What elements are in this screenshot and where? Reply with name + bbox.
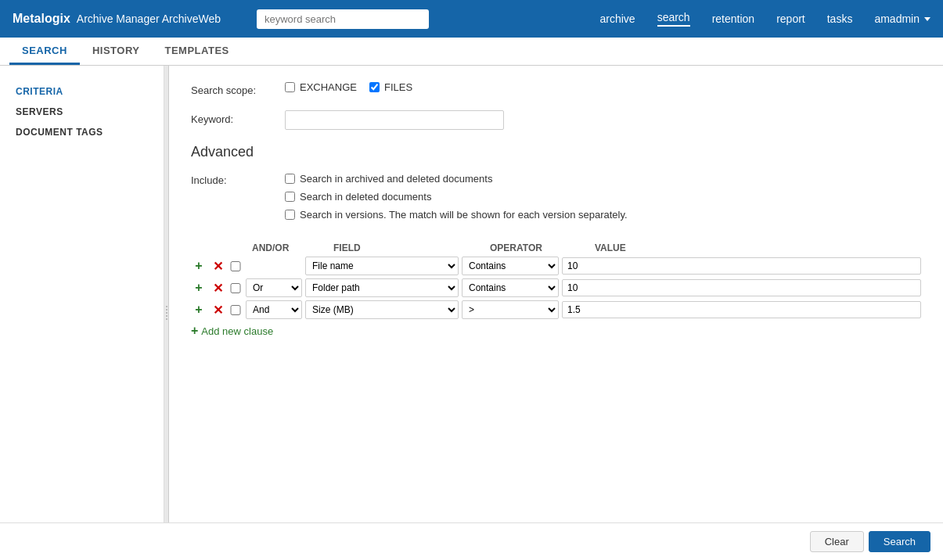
include-option-2[interactable]: Search in versions. The match will be sh… — [285, 209, 628, 221]
clauses-header: AND/OR FIELD OPERATOR VALUE — [191, 242, 921, 253]
content-area: Search scope: EXCHANGE FILES Keyword: Ad… — [169, 66, 943, 560]
add-clause-label: Add new clause — [201, 325, 273, 337]
resize-dot — [166, 309, 167, 311]
sidebar: CRITERIA SERVERS DOCUMENT TAGS — [0, 66, 164, 560]
clause-andor-select-1[interactable]: Or And — [246, 278, 302, 297]
files-label: FILES — [384, 81, 412, 93]
clause-value-input-1[interactable] — [562, 279, 921, 296]
clause-check-1[interactable] — [229, 283, 243, 293]
clause-field-select-2[interactable]: File name Folder path Size (MB) Date Aut… — [305, 300, 459, 319]
scope-controls: EXCHANGE FILES — [285, 81, 921, 93]
include-archived-deleted-label: Search in archived and deleted documents — [300, 173, 492, 185]
bottom-action-bar: Clear Search — [0, 522, 943, 560]
clause-operator-select-0[interactable]: Contains Equals Starts with Ends with > … — [462, 257, 559, 275]
add-clause-plus-icon: + — [191, 324, 198, 338]
search-scope-row: Search scope: EXCHANGE FILES — [191, 81, 921, 96]
search-button[interactable]: Search — [869, 531, 930, 552]
clause-operator-select-2[interactable]: Contains Equals Starts with Ends with > … — [462, 300, 559, 319]
resize-dot — [166, 318, 167, 320]
app-header: Metalogix Archive Manager ArchiveWeb arc… — [0, 0, 943, 38]
resize-dot — [166, 312, 167, 314]
include-section: Include: Search in archived and deleted … — [191, 173, 921, 221]
clause-add-0[interactable]: + — [191, 259, 207, 273]
clause-value-2[interactable] — [562, 301, 921, 318]
clause-operator-select-1[interactable]: Contains Equals Starts with Ends with > … — [462, 278, 559, 297]
clause-andor-1[interactable]: Or And — [246, 278, 302, 297]
chevron-down-icon — [924, 17, 930, 21]
clear-button[interactable]: Clear — [810, 531, 864, 552]
clause-value-0[interactable] — [562, 257, 921, 275]
include-label: Include: — [191, 173, 285, 186]
include-deleted-checkbox[interactable] — [285, 192, 295, 202]
files-checkbox-group[interactable]: FILES — [369, 81, 412, 93]
subnav-bar: SEARCH HISTORY TEMPLATES — [0, 38, 943, 66]
keyword-input[interactable] — [285, 110, 504, 130]
clause-field-1[interactable]: File name Folder path Size (MB) Date Aut… — [305, 278, 459, 297]
header-value: VALUE — [588, 242, 626, 253]
brand-appname: Archive Manager ArchiveWeb — [77, 13, 221, 25]
clause-value-1[interactable] — [562, 279, 921, 296]
clause-add-1[interactable]: + — [191, 281, 207, 295]
clause-remove-1[interactable]: ✕ — [210, 281, 225, 296]
add-clause-button[interactable]: + Add new clause — [191, 324, 921, 338]
clause-row-0: + ✕ File name Folder path Size (MB) Date… — [191, 257, 921, 275]
global-search-input[interactable] — [257, 9, 429, 29]
tab-search[interactable]: SEARCH — [9, 38, 80, 65]
include-versions-label: Search in versions. The match will be sh… — [300, 209, 628, 221]
files-checkbox[interactable] — [369, 82, 380, 92]
include-option-1[interactable]: Search in deleted documents — [285, 191, 628, 203]
main-nav: archive search retention report tasks am… — [599, 11, 930, 27]
clause-andor-select-2[interactable]: Or And — [246, 300, 302, 319]
header-field: FIELD — [330, 242, 487, 253]
nav-retention[interactable]: retention — [712, 13, 754, 25]
clause-row-2: + ✕ Or And File name Folder path Size (M… — [191, 300, 921, 319]
tab-history[interactable]: HISTORY — [80, 38, 153, 65]
exchange-checkbox[interactable] — [285, 82, 295, 92]
clause-operator-2[interactable]: Contains Equals Starts with Ends with > … — [462, 300, 559, 319]
clause-operator-1[interactable]: Contains Equals Starts with Ends with > … — [462, 278, 559, 297]
tab-templates[interactable]: TEMPLATES — [152, 38, 241, 65]
nav-tasks[interactable]: tasks — [827, 13, 853, 25]
header-andor: AND/OR — [252, 242, 330, 253]
clause-check-2[interactable] — [229, 305, 243, 315]
clause-field-select-1[interactable]: File name Folder path Size (MB) Date Aut… — [305, 278, 459, 297]
clause-andor-2[interactable]: Or And — [246, 300, 302, 319]
include-archived-deleted-checkbox[interactable] — [285, 174, 295, 184]
include-versions-checkbox[interactable] — [285, 210, 295, 220]
clause-add-2[interactable]: + — [191, 303, 207, 317]
exchange-label: EXCHANGE — [300, 81, 357, 93]
keyword-controls — [285, 110, 921, 130]
nav-amadmin[interactable]: amadmin — [874, 13, 930, 25]
resize-dot — [166, 306, 167, 307]
clause-remove-2[interactable]: ✕ — [210, 303, 225, 318]
clause-row-1: + ✕ Or And File name Folder path Size (M… — [191, 278, 921, 297]
sidebar-item-servers[interactable]: SERVERS — [13, 102, 151, 122]
main-layout: CRITERIA SERVERS DOCUMENT TAGS Search sc… — [0, 66, 943, 560]
clause-field-0[interactable]: File name Folder path Size (MB) Date Aut… — [305, 257, 459, 275]
keyword-row: Keyword: — [191, 110, 921, 130]
brand-metalogix: Metalogix — [13, 12, 70, 26]
clause-remove-0[interactable]: ✕ — [210, 259, 225, 274]
nav-report[interactable]: report — [776, 13, 805, 25]
brand: Metalogix Archive Manager ArchiveWeb — [13, 12, 221, 26]
clause-field-select-0[interactable]: File name Folder path Size (MB) Date Aut… — [305, 257, 459, 275]
resize-dot — [166, 315, 167, 317]
nav-search[interactable]: search — [657, 11, 690, 27]
clause-value-input-2[interactable] — [562, 301, 921, 318]
include-option-0[interactable]: Search in archived and deleted documents — [285, 173, 628, 185]
search-scope-label: Search scope: — [191, 81, 285, 96]
clauses-container: AND/OR FIELD OPERATOR VALUE + ✕ File nam… — [191, 242, 921, 338]
include-options: Search in archived and deleted documents… — [285, 173, 628, 221]
clause-operator-0[interactable]: Contains Equals Starts with Ends with > … — [462, 257, 559, 275]
include-deleted-label: Search in deleted documents — [300, 191, 431, 203]
clause-field-2[interactable]: File name Folder path Size (MB) Date Aut… — [305, 300, 459, 319]
keyword-label: Keyword: — [191, 110, 285, 125]
sidebar-item-document-tags[interactable]: DOCUMENT TAGS — [13, 122, 151, 142]
exchange-checkbox-group[interactable]: EXCHANGE — [285, 81, 357, 93]
advanced-title: Advanced — [191, 144, 921, 160]
sidebar-item-criteria[interactable]: CRITERIA — [13, 81, 151, 102]
clause-value-input-0[interactable] — [562, 257, 921, 275]
header-operator: OPERATOR — [487, 242, 588, 253]
nav-archive[interactable]: archive — [599, 13, 635, 25]
clause-check-0[interactable] — [229, 261, 243, 271]
